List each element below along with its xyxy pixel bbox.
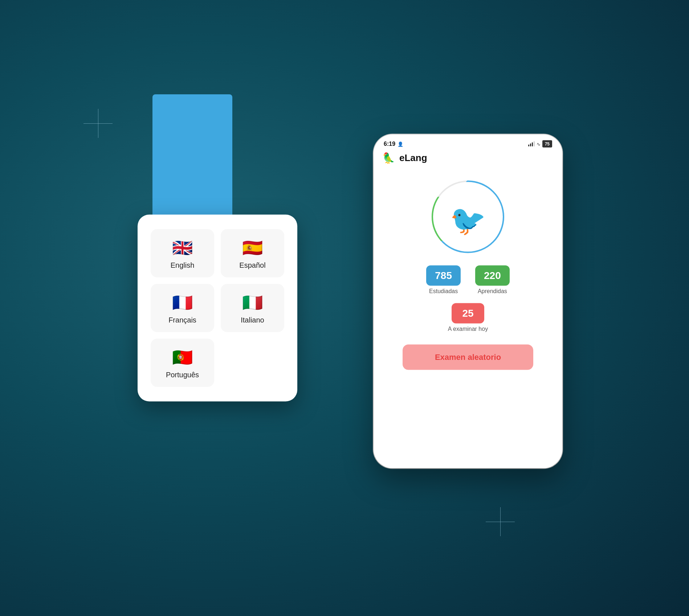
francais-label: Français <box>168 316 196 324</box>
signal-bars-icon <box>528 141 535 147</box>
app-title: eLang <box>399 152 427 164</box>
language-item-italiano[interactable]: 🇮🇹 Italiano <box>221 284 284 332</box>
aprendidas-label: Aprendidas <box>478 288 507 295</box>
user-icon: 👤 <box>398 141 403 147</box>
portugues-label: Português <box>166 371 199 379</box>
espanol-label: Español <box>239 261 265 270</box>
status-bar: 6:19 👤 ∿ 75 <box>374 135 562 148</box>
examinar-label: A examinar hoy <box>448 326 488 332</box>
stat-item-aprendidas: 220 Aprendidas <box>475 266 510 295</box>
phone-mockup: 6:19 👤 ∿ 75 🦜 eLang <box>374 135 562 468</box>
aprendidas-badge: 220 <box>475 266 510 286</box>
language-item-english[interactable]: 🇬🇧 English <box>151 229 214 278</box>
stats-row: 785 Estudiadas 220 Aprendidas <box>426 266 509 295</box>
estudiadas-badge: 785 <box>426 266 461 286</box>
signal-bar-3 <box>532 143 533 147</box>
wifi-icon: ∿ <box>537 141 541 147</box>
battery-level: 75 <box>545 141 550 147</box>
italiano-flag-icon: 🇮🇹 <box>242 294 263 311</box>
language-grid: 🇬🇧 English 🇪🇸 Español 🇫🇷 Français 🇮🇹 Ita… <box>151 229 284 387</box>
francais-flag-icon: 🇫🇷 <box>172 294 193 311</box>
language-item-portugues[interactable]: 🇵🇹 Português <box>151 339 214 387</box>
english-flag-icon: 🇬🇧 <box>172 239 193 256</box>
exam-button[interactable]: Examen aleatorio <box>403 345 533 370</box>
stat-item-estudiadas: 785 Estudiadas <box>426 266 461 295</box>
progress-circle-container: 🐦 <box>428 177 508 257</box>
italiano-label: Italiano <box>241 316 264 324</box>
progress-circle-inner: 🐦 <box>433 182 503 252</box>
crosshair-bottom-right-icon <box>486 507 515 536</box>
examinar-badge: 25 <box>452 303 484 324</box>
signal-bar-4 <box>534 141 535 147</box>
language-item-francais[interactable]: 🇫🇷 Français <box>151 284 214 332</box>
time-display: 6:19 <box>384 141 395 147</box>
signal-bar-1 <box>528 145 529 147</box>
language-selection-card: 🇬🇧 English 🇪🇸 Español 🇫🇷 Français 🇮🇹 Ita… <box>138 215 297 402</box>
crosshair-top-left-icon <box>83 109 113 138</box>
status-icons: ∿ 75 <box>528 140 552 148</box>
status-time: 6:19 👤 <box>384 141 403 147</box>
signal-bar-2 <box>530 144 531 147</box>
estudiadas-label: Estudiadas <box>429 288 458 295</box>
battery-icon: 75 <box>542 140 552 148</box>
app-header: 🦜 eLang <box>374 148 562 170</box>
phone-main-content: 🐦 785 Estudiadas 220 Aprendidas 25 A exa… <box>374 170 562 468</box>
espanol-flag-icon: 🇪🇸 <box>242 239 263 256</box>
english-label: English <box>171 261 195 270</box>
app-logo-icon: 🦜 <box>382 152 395 164</box>
portugues-flag-icon: 🇵🇹 <box>172 349 193 366</box>
stat-item-examinar: 25 A examinar hoy <box>448 303 488 332</box>
bird-mascot-icon: 🐦 <box>450 206 486 235</box>
main-scene: 🇬🇧 English 🇪🇸 Español 🇫🇷 Français 🇮🇹 Ita… <box>127 90 562 526</box>
language-item-espanol[interactable]: 🇪🇸 Español <box>221 229 284 278</box>
